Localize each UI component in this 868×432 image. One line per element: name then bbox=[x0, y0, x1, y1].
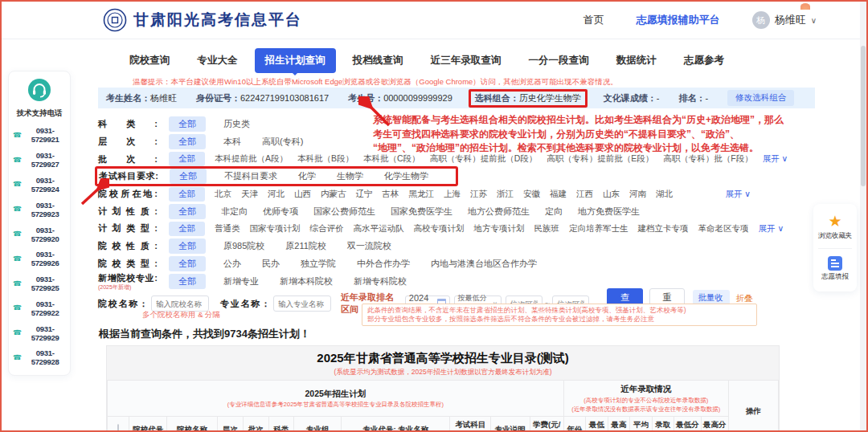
tab-7[interactable]: 数据统计 bbox=[606, 48, 667, 73]
filter-option[interactable]: 化学生物学 bbox=[384, 170, 428, 182]
filter-option[interactable]: 江苏 bbox=[470, 189, 487, 200]
tab-1[interactable]: 院校查询 bbox=[119, 48, 180, 73]
filter-option[interactable]: 内蒙古 bbox=[321, 189, 346, 200]
filter-option[interactable]: 福建 bbox=[550, 189, 567, 200]
site-logo[interactable]: 甘肃阳光高考信息平台 bbox=[103, 8, 302, 32]
school-name-input[interactable] bbox=[151, 295, 209, 312]
filter-option-all[interactable]: 全部 bbox=[169, 134, 206, 149]
filter-option[interactable]: 高职（专科）提前批（E段） bbox=[547, 153, 653, 165]
filter-option[interactable]: 国家免费医学生 bbox=[391, 206, 452, 218]
filter-option[interactable]: 地方公费师范生 bbox=[468, 206, 530, 218]
filter-option[interactable]: 优师专项 bbox=[263, 206, 298, 218]
filter-option[interactable]: 国家专项计划 bbox=[250, 223, 301, 234]
nav-home-link[interactable]: 首页 bbox=[583, 13, 604, 27]
filter-option[interactable]: 生物学 bbox=[337, 170, 363, 182]
filter-option-all[interactable]: 全部 bbox=[169, 222, 205, 236]
nav-assist-platform-link[interactable]: 志愿填报辅助平台 bbox=[637, 13, 720, 27]
filter-option[interactable]: 民族班 bbox=[534, 223, 560, 234]
filter-option[interactable]: 地方免费医学生 bbox=[578, 206, 640, 218]
filter-option[interactable]: 辽宁 bbox=[356, 189, 373, 200]
filter-option-all[interactable]: 全部 bbox=[169, 238, 206, 254]
form-icon bbox=[828, 256, 842, 271]
scrollbar-track[interactable] bbox=[860, 2, 866, 430]
filter-option[interactable]: 地方专项计划 bbox=[474, 223, 525, 234]
filter-option-all[interactable]: 全部 bbox=[169, 116, 206, 132]
filter-option[interactable]: 化学 bbox=[298, 170, 316, 182]
filter-option[interactable]: 湖北 bbox=[656, 189, 673, 200]
filter-option[interactable]: 吉林 bbox=[383, 189, 399, 200]
tab-2[interactable]: 专业大全 bbox=[186, 48, 248, 73]
filter-option[interactable]: 原985院校 bbox=[223, 240, 264, 252]
expand-link[interactable]: 展开 ∨ bbox=[725, 189, 751, 200]
filter-option[interactable]: 本科批（C段） bbox=[363, 153, 420, 165]
user-menu[interactable]: 杨 杨维旺 ∨ bbox=[752, 11, 817, 29]
modify-subject-combo-button[interactable]: 修改选科组合 bbox=[727, 90, 794, 106]
filter-option[interactable]: 综合评价 bbox=[310, 223, 344, 234]
filter-option[interactable]: 黑龙江 bbox=[409, 189, 435, 200]
support-phone-row: ☎0931-5729928 bbox=[11, 345, 68, 370]
filter-option[interactable]: 高职(专科) bbox=[262, 136, 303, 148]
filter-option[interactable]: 民办 bbox=[262, 258, 280, 270]
tab-3[interactable]: 招生计划查询 bbox=[255, 48, 336, 73]
filter-option[interactable]: 建档立卡专项 bbox=[638, 223, 689, 234]
major-name-input[interactable] bbox=[273, 295, 331, 312]
filter-option[interactable]: 上海 bbox=[444, 189, 461, 200]
user-name: 杨维旺 bbox=[775, 13, 806, 27]
filter-option[interactable]: 原211院校 bbox=[285, 240, 326, 252]
filter-option[interactable]: 国家公费师范生 bbox=[313, 206, 375, 218]
filter-option[interactable]: 本科批（B段） bbox=[297, 153, 354, 165]
filter-option-all[interactable]: 全部 bbox=[169, 204, 206, 219]
filter-option[interactable]: 非定向 bbox=[221, 206, 248, 218]
filter-option[interactable]: 高职（专科）批（F段） bbox=[663, 153, 752, 165]
filter-option[interactable]: 河北 bbox=[268, 189, 285, 200]
expand-link[interactable]: 展开 ∨ bbox=[763, 153, 788, 165]
tab-4[interactable]: 投档线查询 bbox=[342, 48, 414, 73]
support-phone-number: 0931-5729921 bbox=[24, 126, 66, 144]
filter-option[interactable]: 北京 bbox=[215, 189, 231, 200]
filter-option[interactable]: 中外合作办学 bbox=[357, 258, 410, 270]
filter-option[interactable]: 内地与港澳台地区合作办学 bbox=[431, 258, 537, 270]
select-all-checkbox[interactable] bbox=[117, 424, 119, 432]
filter-option-all[interactable]: 全部 bbox=[169, 187, 205, 202]
filter-option[interactable]: 高职（专科）提前批（D段） bbox=[430, 153, 538, 165]
filter-option[interactable]: 江西 bbox=[576, 189, 593, 200]
tab-6[interactable]: 一分一段查询 bbox=[518, 48, 599, 73]
filter-option[interactable]: 独立学院 bbox=[301, 258, 336, 270]
filter-option[interactable]: 普通类 bbox=[215, 223, 240, 234]
filter-option[interactable]: 山东 bbox=[603, 189, 620, 200]
filter-option[interactable]: 高水平运动队 bbox=[354, 223, 404, 234]
filter-option-all[interactable]: 全部 bbox=[169, 274, 206, 289]
filter-option[interactable]: 不提科目要求 bbox=[224, 170, 277, 182]
filter-option[interactable]: 双一流院校 bbox=[347, 240, 391, 252]
filter-option[interactable]: 革命老区专项 bbox=[698, 223, 749, 234]
support-phone-row: ☎0931-5729924 bbox=[11, 173, 68, 198]
filter-option[interactable]: 天津 bbox=[241, 189, 258, 200]
filter-option[interactable]: 本科 bbox=[223, 136, 241, 148]
filter-option-all[interactable]: 全部 bbox=[169, 152, 205, 166]
filter-option[interactable]: 历史类 bbox=[223, 118, 250, 130]
favorites-menu-item[interactable]: ★ 浏览收藏夹 bbox=[815, 212, 855, 242]
student-field-value: 历史化学生物学 bbox=[519, 92, 581, 104]
column-header: 科类 bbox=[268, 416, 294, 432]
filter-option-all[interactable]: 全部 bbox=[169, 256, 206, 271]
filter-option[interactable]: 山西 bbox=[294, 189, 311, 200]
filter-option[interactable]: 浙江 bbox=[497, 189, 514, 200]
filter-option[interactable]: 定向 bbox=[545, 206, 563, 218]
tab-8[interactable]: 志愿参考 bbox=[674, 48, 735, 73]
filter-option[interactable]: 本科提前批（A段） bbox=[215, 153, 288, 165]
filter-option[interactable]: 高校专项计划 bbox=[414, 223, 465, 234]
filter-option[interactable]: 公办 bbox=[223, 258, 241, 270]
student-field-value: - bbox=[705, 93, 708, 103]
tech-support-card: 技术支持电话 ☎0931-5729921☎0931-5729927☎0931-5… bbox=[8, 71, 71, 376]
filter-option[interactable]: 河南 bbox=[629, 189, 646, 200]
scrollbar-thumb[interactable] bbox=[861, 46, 866, 186]
filter-option[interactable]: 安徽 bbox=[523, 189, 540, 200]
filter-option[interactable]: 定向培养军士生 bbox=[569, 223, 628, 234]
filter-option-all[interactable]: 全部 bbox=[170, 169, 207, 184]
filter-option[interactable]: 新增本科院校 bbox=[280, 275, 333, 287]
fill-volunteer-menu-item[interactable]: 志愿填报 bbox=[815, 255, 855, 283]
tab-5[interactable]: 近三年录取查询 bbox=[420, 48, 512, 73]
filter-option[interactable]: 新增专科院校 bbox=[354, 275, 407, 287]
expand-link[interactable]: 展开 ∨ bbox=[759, 223, 784, 234]
filter-option[interactable]: 新增专业 bbox=[223, 275, 259, 287]
